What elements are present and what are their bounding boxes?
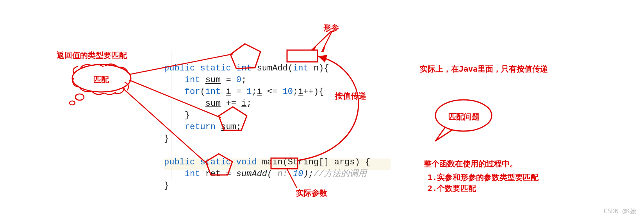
ret-var: ret [205, 169, 221, 179]
main-public: public [164, 157, 195, 167]
for-one: 1 [246, 87, 252, 97]
main-args: (String[] args) { [283, 157, 370, 167]
eq: = [221, 75, 236, 85]
param-type: int [293, 63, 309, 73]
comment: //方法的调用 [314, 169, 367, 179]
method-name: sumAdd [257, 63, 288, 73]
num-zero: 0 [236, 75, 241, 85]
call-val: 10 [293, 169, 303, 179]
for-i3: i [298, 87, 303, 97]
main-void: void [236, 157, 257, 167]
param-name: n [314, 63, 319, 73]
var-sum: sum [205, 75, 221, 85]
formal-param-label: 形参 [323, 23, 339, 33]
kw-public: public [164, 63, 195, 73]
kw-int: int [236, 63, 252, 73]
ret-eq: = [221, 169, 236, 179]
right-statement: 实际上，在Java里面，只有按值传递 [420, 64, 548, 74]
watermark: CSDN @K嫒 [604, 207, 636, 216]
for-inc: ++ [303, 87, 313, 97]
i-in-loop: i [241, 99, 246, 108]
match-bubble-text: 匹配 [93, 74, 109, 85]
main-name: main [262, 157, 283, 167]
plus-eq: += [221, 99, 241, 108]
for-sep1: ; [252, 87, 257, 97]
kw-static: static [200, 63, 231, 73]
semi1: ; [246, 99, 252, 108]
decl-int: int [185, 75, 200, 85]
actual-param-label: 实际参数 [296, 188, 327, 198]
call-hint: n: [272, 169, 293, 179]
kw-return: return [185, 122, 216, 132]
svg-marker-8 [312, 45, 317, 51]
call-name: sumAdd [236, 169, 267, 179]
code-block: public static int sumAdd(int n){ int sum… [164, 51, 370, 192]
match-problem-text: 匹配问题 [448, 112, 480, 122]
return-type-match-label: 返回值的类型要匹配 [57, 50, 127, 61]
for-sep2: ; [293, 87, 298, 97]
for-int: int [205, 87, 221, 97]
main-static: static [200, 157, 231, 167]
summary-item1: 1.实参和形参的参数类型要匹配 [428, 172, 539, 183]
for-eq: = [231, 87, 247, 97]
for-ten: 10 [283, 87, 293, 97]
svg-point-2 [70, 101, 75, 105]
summary-title: 整个函数在使用的过程中。 [424, 159, 517, 169]
svg-point-1 [75, 94, 84, 100]
by-value-label: 按值传递 [335, 91, 366, 101]
for-i2: i [257, 87, 262, 97]
semi2: ; [236, 122, 241, 132]
return-sum: sum [221, 122, 236, 132]
call-end: ); [303, 169, 313, 179]
ret-int: int [185, 169, 200, 179]
summary-item2: 2.个数要匹配 [428, 183, 476, 194]
sum-in-loop: sum [205, 99, 221, 108]
kw-for: for [185, 87, 200, 97]
for-le: <= [262, 87, 283, 97]
for-i: i [226, 87, 231, 97]
